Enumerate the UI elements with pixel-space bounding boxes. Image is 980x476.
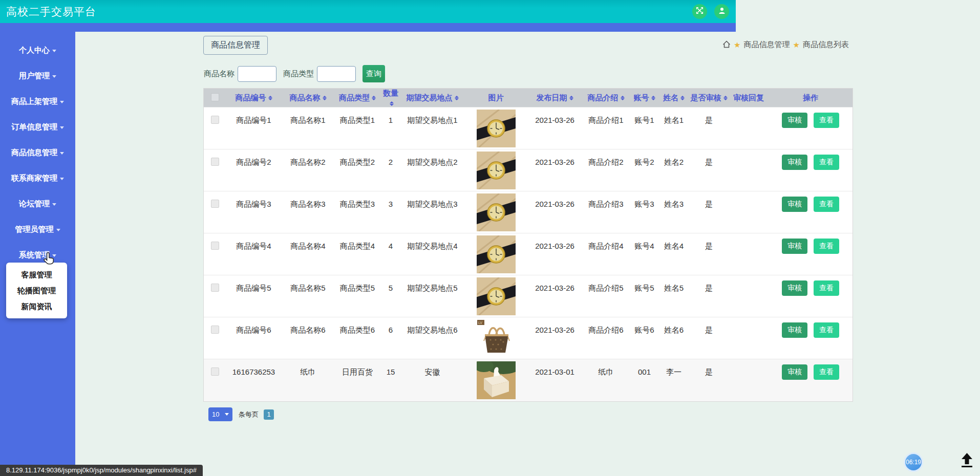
row-checkbox[interactable] <box>211 326 219 334</box>
column-header-label[interactable]: 期望交易地点 <box>407 93 453 102</box>
view-button[interactable]: 查看 <box>814 155 839 170</box>
page-size-select[interactable]: 10 <box>208 407 232 421</box>
back-to-top-icon[interactable] <box>960 452 974 470</box>
submenu-item-3[interactable]: 新闻资讯 <box>6 298 67 314</box>
column-header-label[interactable]: 账号 <box>634 93 649 102</box>
sidebar-submenu: 客服管理轮播图管理新闻资讯 <box>6 263 67 318</box>
sidebar-item-4[interactable]: 订单信息管理 <box>0 122 75 132</box>
user-button[interactable] <box>714 4 729 19</box>
product-table: 商品编号商品名称商品类型数量期望交易地点图片发布日期商品介绍账号姓名是否审核审核… <box>203 88 853 402</box>
sidebar-item-3[interactable]: 商品上架管理 <box>0 97 75 106</box>
sort-icon[interactable] <box>569 95 573 101</box>
sidebar-item-9[interactable]: 系统管理 <box>0 250 75 259</box>
query-button[interactable]: 查询 <box>363 65 385 82</box>
breadcrumb-item[interactable]: 商品信息列表 <box>803 40 849 50</box>
audit-button[interactable]: 审核 <box>782 280 807 296</box>
cell-reply <box>729 275 769 317</box>
cell-name: 商品名称6 <box>282 317 334 359</box>
column-header-label[interactable]: 发布日期 <box>537 93 567 102</box>
column-header-label[interactable]: 商品类型 <box>339 93 370 102</box>
row-checkbox[interactable] <box>211 200 219 208</box>
cell-image[interactable] <box>464 191 528 233</box>
sort-icon[interactable] <box>651 95 655 101</box>
cell-place: 安徽 <box>401 359 464 401</box>
breadcrumb-item[interactable]: 商品信息管理 <box>744 40 790 50</box>
view-button[interactable]: 查看 <box>814 239 839 254</box>
sort-icon[interactable] <box>323 95 327 101</box>
cell-date: 2021-03-26 <box>528 317 582 359</box>
column-header: 期望交易地点 <box>401 89 464 107</box>
cell-image[interactable] <box>464 107 528 149</box>
column-header-label: 图片 <box>488 93 504 102</box>
sidebar: 个人中心用户管理商品上架管理订单信息管理商品信息管理联系商家管理论坛管理管理员管… <box>0 32 75 476</box>
chevron-down-icon <box>60 178 64 180</box>
table-row: 商品编号3商品名称3商品类型33期望交易地点3 2021-03-26商品介绍3账… <box>204 191 853 233</box>
fullscreen-icon <box>696 7 704 16</box>
cell-id: 商品编号3 <box>226 191 282 233</box>
cell-actions: 审核查看 <box>769 233 853 275</box>
row-checkbox[interactable] <box>211 158 219 166</box>
view-button[interactable]: 查看 <box>814 364 839 380</box>
search-bar: 商品名称 商品类型 查询 <box>204 65 385 82</box>
cell-image[interactable]: LV <box>464 317 528 359</box>
sidebar-item-8[interactable]: 管理员管理 <box>0 225 75 234</box>
view-button[interactable]: 查看 <box>814 113 839 128</box>
home-icon[interactable] <box>722 40 731 50</box>
sort-icon[interactable] <box>372 95 376 101</box>
submenu-item-2[interactable]: 轮播图管理 <box>6 283 67 298</box>
sort-icon[interactable] <box>268 95 272 101</box>
audit-button[interactable]: 审核 <box>782 364 807 380</box>
row-checkbox[interactable] <box>211 116 219 124</box>
sidebar-item-2[interactable]: 用户管理 <box>0 71 75 80</box>
audit-button[interactable]: 审核 <box>782 239 807 254</box>
row-checkbox[interactable] <box>211 242 219 250</box>
sort-icon[interactable] <box>455 95 459 101</box>
breadcrumb: ★ 商品信息管理 ★ 商品信息列表 <box>722 40 849 50</box>
column-header-label[interactable]: 商品编号 <box>236 93 266 102</box>
cell-person: 姓名2 <box>658 149 689 191</box>
audit-button[interactable]: 审核 <box>782 113 807 128</box>
row-checkbox[interactable] <box>211 367 219 376</box>
row-checkbox-cell <box>204 107 226 149</box>
sort-icon[interactable] <box>723 95 728 101</box>
view-button[interactable]: 查看 <box>814 280 839 296</box>
product-name-input[interactable] <box>238 66 276 82</box>
select-all-checkbox[interactable] <box>211 93 219 101</box>
clock-badge[interactable]: 06:19 <box>904 452 923 472</box>
audit-button[interactable]: 审核 <box>782 155 807 170</box>
submenu-item-1[interactable]: 客服管理 <box>6 267 67 283</box>
user-icon <box>718 7 726 17</box>
product-type-input[interactable] <box>317 66 356 82</box>
column-header-label[interactable]: 是否审核 <box>691 93 721 102</box>
row-checkbox[interactable] <box>211 284 219 292</box>
audit-button[interactable]: 审核 <box>782 322 807 338</box>
sort-icon[interactable] <box>680 95 685 101</box>
column-header-label[interactable]: 姓名 <box>663 93 678 102</box>
cell-account: 账号4 <box>630 233 658 275</box>
sidebar-item-5[interactable]: 商品信息管理 <box>0 148 75 157</box>
row-checkbox-cell <box>204 149 226 191</box>
sort-icon[interactable] <box>621 95 625 101</box>
chevron-down-icon <box>60 126 64 129</box>
sort-icon[interactable] <box>390 101 394 106</box>
star-icon: ★ <box>793 41 800 49</box>
product-image-bag: LV <box>477 319 516 357</box>
chevron-down-icon <box>52 50 56 52</box>
cell-account: 账号2 <box>630 149 658 191</box>
column-header: 商品介绍 <box>582 89 630 107</box>
sidebar-item-7[interactable]: 论坛管理 <box>0 199 75 208</box>
cell-image[interactable] <box>464 359 528 401</box>
sidebar-item-1[interactable]: 个人中心 <box>0 46 75 55</box>
audit-button[interactable]: 审核 <box>782 197 807 212</box>
column-header-label[interactable]: 商品介绍 <box>588 93 619 102</box>
cell-image[interactable] <box>464 149 528 191</box>
column-header-label[interactable]: 数量 <box>383 89 398 97</box>
column-header-label[interactable]: 商品名称 <box>290 93 321 102</box>
page-number-button[interactable]: 1 <box>264 409 274 420</box>
view-button[interactable]: 查看 <box>814 197 839 212</box>
cell-image[interactable] <box>464 275 528 317</box>
cell-image[interactable] <box>464 233 528 275</box>
view-button[interactable]: 查看 <box>814 322 839 338</box>
sidebar-item-6[interactable]: 联系商家管理 <box>0 174 75 183</box>
fullscreen-button[interactable] <box>692 4 707 19</box>
